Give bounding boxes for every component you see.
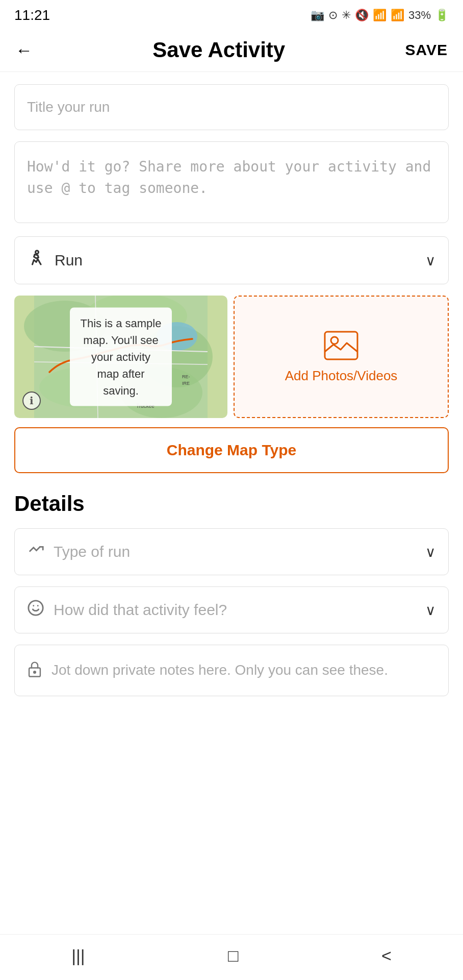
map-info-icon[interactable]: ℹ xyxy=(22,391,41,410)
bluetooth-icon: ✳ xyxy=(342,9,351,22)
svg-point-16 xyxy=(29,601,43,615)
change-map-type-button[interactable]: Change Map Type xyxy=(14,427,449,473)
activity-feel-label: How did that activity feel? xyxy=(54,601,227,619)
type-run-chevron-icon: ∨ xyxy=(425,544,436,560)
map-photo-row: RE- IRE Truckee This is a sample map. Yo… xyxy=(14,296,449,418)
run-icon xyxy=(27,249,45,272)
add-photos-label: Add Photos/Videos xyxy=(285,368,398,384)
private-notes-field[interactable]: Jot down private notes here. Only you ca… xyxy=(14,645,449,696)
add-photos-button[interactable]: Add Photos/Videos xyxy=(234,296,449,418)
activity-type-selector[interactable]: Run ∨ xyxy=(14,236,449,284)
camera-icon: 📷 xyxy=(311,9,324,22)
map-sample-text: This is a sample map. You'll see your ac… xyxy=(70,308,172,406)
battery-text: 33% xyxy=(408,9,431,22)
add-photos-icon xyxy=(323,330,359,361)
chevron-down-icon: ∨ xyxy=(425,252,436,269)
activity-type-label: Run xyxy=(55,252,83,269)
nav-home[interactable]: □ xyxy=(228,946,239,966)
svg-text:IRE: IRE xyxy=(182,381,190,386)
back-button[interactable]: ← xyxy=(15,41,33,59)
feel-chevron-icon: ∨ xyxy=(425,602,436,619)
svg-text:RE-: RE- xyxy=(182,374,190,379)
details-heading: Details xyxy=(14,492,449,516)
nav-recent-apps[interactable]: ||| xyxy=(71,946,85,966)
status-time: 11:21 xyxy=(14,7,50,23)
activity-feel-selector[interactable]: How did that activity feel? ∨ xyxy=(14,586,449,633)
page-title: Save Activity xyxy=(152,38,285,62)
signal-icon: 📶 xyxy=(391,9,404,22)
activity-type-left: Run xyxy=(27,249,83,272)
status-bar: 11:21 📷 ⊙ ✳ 🔇 📶 📶 33% 🔋 xyxy=(0,0,463,29)
content-area: Run ∨ xyxy=(0,72,463,934)
svg-point-20 xyxy=(34,671,36,673)
feel-icon xyxy=(27,599,44,621)
save-button[interactable]: SAVE xyxy=(405,41,448,59)
type-of-run-left: Type of run xyxy=(27,541,130,562)
activity-feel-left: How did that activity feel? xyxy=(27,599,227,621)
details-section: Details Type of run ∨ xyxy=(14,492,449,696)
nav-back[interactable]: < xyxy=(381,946,392,966)
svg-point-15 xyxy=(331,337,338,344)
info-symbol: ℹ xyxy=(30,395,34,407)
type-of-run-label: Type of run xyxy=(54,543,130,560)
bottom-nav: ||| □ < xyxy=(0,934,463,980)
description-input[interactable] xyxy=(14,141,449,223)
battery-icon: 🔋 xyxy=(435,9,449,22)
header: ← Save Activity SAVE xyxy=(0,29,463,72)
type-of-run-selector[interactable]: Type of run ∨ xyxy=(14,528,449,575)
circle-icon: ⊙ xyxy=(328,9,338,22)
lock-icon xyxy=(27,660,42,681)
svg-rect-14 xyxy=(325,332,357,359)
wifi-icon: 📶 xyxy=(373,9,387,22)
status-icons: 📷 ⊙ ✳ 🔇 📶 📶 33% 🔋 xyxy=(311,9,449,22)
type-run-icon xyxy=(27,541,44,562)
map-preview: RE- IRE Truckee This is a sample map. Yo… xyxy=(14,296,227,418)
title-input[interactable] xyxy=(14,84,449,130)
private-notes-placeholder: Jot down private notes here. Only you ca… xyxy=(52,659,388,681)
mute-icon: 🔇 xyxy=(355,9,369,22)
svg-point-0 xyxy=(36,251,39,254)
